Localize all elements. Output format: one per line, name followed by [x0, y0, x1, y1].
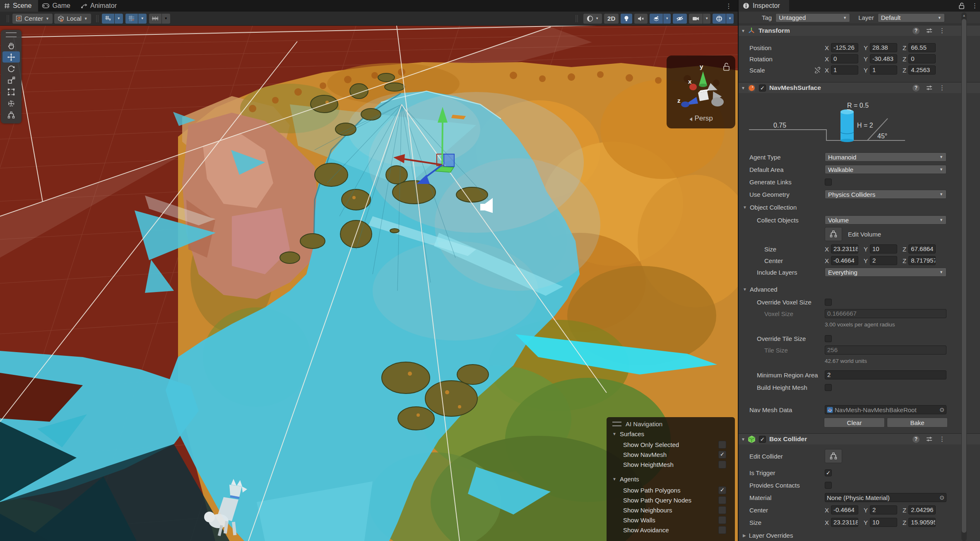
- collect-objects-dropdown[interactable]: Volume: [825, 215, 946, 225]
- voxel-size-field[interactable]: 0.1666667: [825, 309, 946, 318]
- box-size-y-field[interactable]: 10: [870, 518, 897, 527]
- show-path-query-nodes-checkbox[interactable]: [718, 496, 726, 504]
- size-x-field[interactable]: 23.23118: [831, 244, 858, 254]
- tab-animator[interactable]: Animator: [77, 0, 123, 12]
- inspector-scrollbar[interactable]: [961, 12, 967, 541]
- scene-pane-menu-icon[interactable]: [725, 2, 732, 10]
- show-walls-checkbox[interactable]: [718, 516, 726, 524]
- rotation-y-field[interactable]: -30.483: [870, 54, 897, 63]
- box-center-z-field[interactable]: 2.04296: [908, 505, 936, 514]
- component-menu-icon[interactable]: [939, 435, 945, 443]
- center-z-field[interactable]: 8.717957: [908, 256, 936, 265]
- clear-button[interactable]: Clear: [824, 418, 885, 427]
- size-y-field[interactable]: 10: [870, 244, 897, 254]
- object-collection-foldout[interactable]: Object Collection: [743, 204, 797, 211]
- 2d-toggle[interactable]: 2D: [604, 14, 619, 24]
- show-navmesh-checkbox[interactable]: ✓: [718, 451, 726, 459]
- box-size-z-field[interactable]: 15.90595: [908, 518, 936, 527]
- grid-snap-button[interactable]: [102, 14, 114, 24]
- gizmos-toggle[interactable]: [713, 14, 726, 24]
- default-area-dropdown[interactable]: Walkable: [825, 165, 946, 174]
- box-collider-enabled-checkbox[interactable]: ✓: [759, 436, 766, 443]
- position-z-field[interactable]: 66.55: [908, 43, 936, 52]
- presets-icon[interactable]: [926, 28, 932, 34]
- scrollbar-thumb[interactable]: [962, 19, 966, 533]
- grid-snap-dropdown[interactable]: [115, 14, 123, 24]
- rotation-x-field[interactable]: 0: [831, 54, 858, 63]
- edit-volume-button[interactable]: [825, 227, 842, 241]
- audio-toggle[interactable]: [634, 14, 648, 24]
- bake-button[interactable]: Bake: [887, 418, 948, 427]
- agents-foldout[interactable]: Agents: [612, 476, 639, 483]
- scene-viewport[interactable]: y x z Persp AI Navigation Surfaces Show …: [0, 26, 738, 541]
- gizmos-dropdown[interactable]: [726, 14, 734, 24]
- foldout-icon[interactable]: [741, 437, 745, 442]
- projection-toggle[interactable]: Persp: [667, 114, 735, 123]
- tag-dropdown[interactable]: Untagged: [775, 13, 850, 22]
- build-height-checkbox[interactable]: [825, 384, 832, 391]
- layer-dropdown[interactable]: Default: [878, 13, 945, 22]
- unlocked-lock-icon[interactable]: [724, 63, 729, 71]
- scale-z-field[interactable]: 4.2563: [908, 65, 936, 75]
- nav-mesh-data-field[interactable]: NavMesh-NavMeshBakeRoot: [825, 405, 946, 414]
- center-y-field[interactable]: 2: [870, 256, 897, 265]
- help-icon[interactable]: [913, 85, 920, 92]
- transform-tool[interactable]: [2, 98, 20, 109]
- box-collider-header[interactable]: ✓ Box Collider: [739, 433, 980, 445]
- navmeshsurface-enabled-checkbox[interactable]: ✓: [759, 85, 766, 92]
- presets-icon[interactable]: [926, 85, 932, 91]
- gizmo-plane-z[interactable]: [444, 154, 454, 167]
- override-voxel-checkbox[interactable]: [825, 299, 832, 306]
- ai-navigation-header[interactable]: AI Navigation: [612, 420, 662, 427]
- overlay-drag-handle[interactable]: [6, 32, 17, 37]
- override-tile-checkbox[interactable]: [825, 335, 832, 342]
- scale-x-field[interactable]: 1: [831, 65, 858, 75]
- edit-collider-button[interactable]: [825, 449, 842, 463]
- lighting-toggle[interactable]: [621, 14, 632, 24]
- gizmo-axis-z-label[interactable]: z: [677, 97, 681, 104]
- camera-settings-button[interactable]: [689, 14, 703, 24]
- box-size-x-field[interactable]: 23.23118: [831, 518, 858, 527]
- box-center-x-field[interactable]: -0.4664: [831, 505, 858, 514]
- inspector-lock-icon[interactable]: [958, 2, 965, 10]
- tab-inspector[interactable]: Inspector: [739, 0, 789, 12]
- rotate-tool[interactable]: [2, 63, 20, 74]
- pivot-mode-dropdown[interactable]: Center: [12, 14, 53, 24]
- center-x-field[interactable]: -0.4664: [831, 256, 858, 265]
- tab-scene[interactable]: Scene: [0, 0, 38, 12]
- inspector-menu-icon[interactable]: [972, 2, 978, 10]
- agent-type-dropdown[interactable]: Humanoid: [825, 152, 946, 162]
- gizmo-axis-x-label[interactable]: x: [688, 78, 691, 85]
- min-region-field[interactable]: 2: [825, 370, 946, 379]
- foldout-icon[interactable]: [741, 86, 745, 90]
- rect-tool[interactable]: [2, 86, 20, 97]
- provides-contacts-checkbox[interactable]: [825, 482, 832, 489]
- tab-game[interactable]: Game: [38, 0, 77, 12]
- effects-toggle[interactable]: [650, 14, 663, 24]
- surfaces-foldout[interactable]: Surfaces: [612, 430, 644, 437]
- size-z-field[interactable]: 67.6864: [908, 244, 936, 254]
- gizmo-axis-y-label[interactable]: y: [700, 63, 703, 70]
- increment-snap-dropdown[interactable]: [138, 14, 147, 24]
- gizmo-axis-y[interactable]: [442, 120, 443, 165]
- tile-size-field[interactable]: 256: [825, 345, 946, 355]
- measure-tool-button[interactable]: [149, 14, 161, 24]
- show-path-polygons-checkbox[interactable]: ✓: [718, 486, 726, 494]
- show-avoidance-checkbox[interactable]: [718, 526, 726, 534]
- increment-snap-button[interactable]: [125, 14, 138, 24]
- shading-mode-dropdown[interactable]: [583, 14, 602, 24]
- layer-overrides-foldout[interactable]: Layer Overrides: [743, 532, 793, 539]
- object-picker-icon[interactable]: [939, 406, 944, 413]
- view-hand-tool[interactable]: [2, 40, 20, 51]
- orientation-dropdown[interactable]: Local: [54, 14, 91, 24]
- help-icon[interactable]: [913, 436, 920, 443]
- orientation-gizmo[interactable]: y x z Persp: [667, 56, 735, 128]
- component-menu-icon[interactable]: [939, 84, 945, 92]
- scale-y-field[interactable]: 1: [870, 65, 897, 75]
- show-neighbours-checkbox[interactable]: [718, 506, 726, 514]
- generate-links-checkbox[interactable]: [825, 179, 832, 186]
- use-geometry-dropdown[interactable]: Physics Colliders: [825, 190, 946, 199]
- material-field[interactable]: None (Physic Material): [825, 493, 946, 502]
- navmeshsurface-header[interactable]: ✓ NavMeshSurface: [739, 82, 980, 94]
- broken-link-icon[interactable]: [814, 67, 821, 73]
